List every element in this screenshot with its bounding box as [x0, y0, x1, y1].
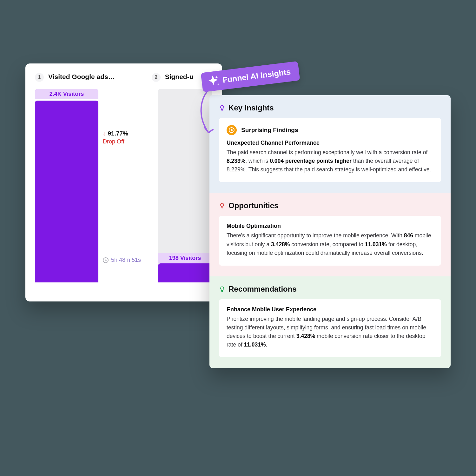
- step-label: Visited Google ads…: [48, 73, 115, 82]
- target-icon: [227, 125, 237, 135]
- insights-panel: Key Insights Surprising Findings Unexpec…: [209, 95, 451, 368]
- bar-fill: [35, 101, 98, 282]
- bar-meta: ↓91.77% Drop Off 5h 48m 51s: [103, 89, 150, 282]
- dropoff-stat: ↓91.77% Drop Off: [103, 130, 150, 145]
- card-body: Prioritize improving the mobile landing …: [227, 315, 433, 349]
- section-title: Key Insights: [228, 103, 274, 112]
- bar-visitors-label: 2.4K Visitors: [35, 89, 98, 99]
- sparkle-star-icon: [205, 73, 221, 89]
- step-index-badge: 1: [35, 73, 44, 82]
- lightbulb-icon: [219, 202, 225, 209]
- avg-time-stat: 5h 48m 51s: [103, 257, 150, 263]
- funnel-step-headers: 1 Visited Google ads… 2 Signed-u: [35, 73, 216, 82]
- card-heading: Enhance Mobile User Experience: [227, 306, 433, 313]
- card-body: The paid search channel is performing ex…: [227, 148, 433, 174]
- card-heading: Mobile Optimization: [227, 223, 433, 229]
- dropoff-label: Drop Off: [103, 138, 150, 145]
- dropoff-pct: 91.77%: [108, 130, 128, 137]
- bar-slot: 198 Visitors: [158, 89, 212, 282]
- section-recommendations: Recommendations Enhance Mobile User Expe…: [209, 276, 451, 368]
- funnel-bar-2: 198 Visitors: [158, 89, 212, 282]
- section-key-insights: Key Insights Surprising Findings Unexpec…: [209, 95, 451, 193]
- insight-card: Mobile Optimization There's a significan…: [219, 216, 441, 265]
- avg-time-value: 5h 48m 51s: [111, 257, 141, 263]
- bar-fill: [158, 263, 212, 282]
- card-subtitle: Surprising Findings: [241, 127, 298, 134]
- funnel-step-1: 1 Visited Google ads…: [35, 73, 115, 82]
- bar-slot: 2.4K Visitors: [35, 89, 98, 282]
- stopwatch-icon: [103, 257, 109, 263]
- step-index-badge: 2: [152, 73, 161, 82]
- funnel-bars: 2.4K Visitors ↓91.77% Drop Off 5h 48m 51…: [35, 89, 216, 282]
- section-title: Opportunities: [228, 201, 278, 210]
- lightbulb-icon: [219, 105, 225, 111]
- bar-visitors-label: 198 Visitors: [158, 253, 212, 263]
- funnel-card: 1 Visited Google ads… 2 Signed-u 2.4K Vi…: [25, 63, 222, 301]
- banner-label: Funnel AI Insights: [222, 67, 291, 84]
- funnel-bar-1: 2.4K Visitors ↓91.77% Drop Off 5h 48m 51…: [35, 89, 150, 282]
- step-label: Signed-u: [165, 73, 194, 82]
- insight-card: Surprising Findings Unexpected Channel P…: [219, 118, 441, 182]
- lightbulb-icon: [219, 286, 225, 292]
- section-title: Recommendations: [228, 285, 297, 294]
- insight-card: Enhance Mobile User Experience Prioritiz…: [219, 299, 441, 358]
- card-heading: Unexpected Channel Performance: [227, 140, 433, 146]
- card-body: There's a significant opportunity to imp…: [227, 231, 433, 257]
- funnel-step-2: 2 Signed-u: [152, 73, 194, 82]
- arrow-down-icon: ↓: [103, 130, 106, 137]
- section-opportunities: Opportunities Mobile Optimization There'…: [209, 193, 451, 276]
